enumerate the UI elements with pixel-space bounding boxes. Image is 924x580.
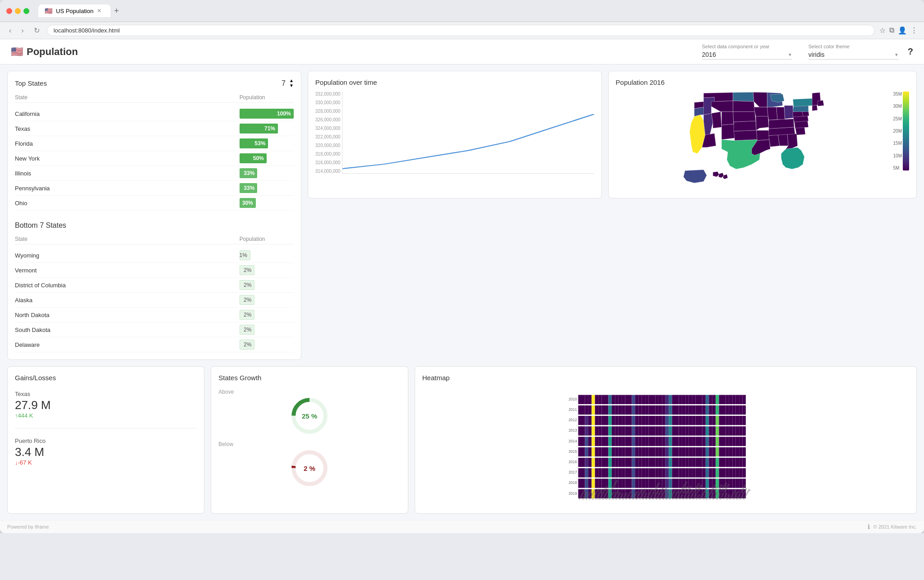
data-select[interactable]: 2016 ▼ (702, 50, 792, 60)
svg-rect-250 (695, 437, 698, 446)
back-button[interactable]: ‹ (6, 26, 14, 36)
above-section: Above 25 % (218, 389, 400, 434)
svg-rect-32 (635, 395, 638, 404)
svg-rect-157 (719, 416, 722, 425)
svg-rect-300 (695, 447, 698, 456)
bottom-bar-cell-0: 1% (240, 250, 294, 260)
svg-rect-305 (712, 447, 715, 456)
svg-rect-314 (742, 447, 745, 456)
svg-rect-434 (642, 479, 645, 488)
svg-rect-103 (706, 405, 709, 414)
color-select[interactable]: viridis ▼ (808, 50, 899, 60)
svg-rect-15 (578, 395, 581, 404)
svg-rect-356 (716, 458, 719, 467)
svg-rect-217 (585, 437, 588, 446)
data-control[interactable]: Select data component or year 2016 ▼ (702, 44, 792, 60)
gain-change-0: ↑444 K (15, 412, 197, 419)
state-name-1: Texas (15, 125, 240, 132)
help-button[interactable]: ? (908, 46, 913, 57)
count-down-button[interactable]: ▼ (289, 83, 294, 88)
svg-text:2014: 2014 (568, 439, 577, 443)
svg-rect-80 (628, 405, 632, 414)
svg-rect-404 (709, 468, 712, 477)
svg-rect-271 (598, 447, 601, 456)
heatmap-card: Heatmap 2010 2011 2012 2013 2014 2015 20… (415, 366, 917, 514)
svg-rect-268 (588, 447, 591, 456)
svg-rect-325 (612, 458, 615, 467)
svg-rect-436 (648, 479, 651, 488)
profile-icon[interactable]: 👤 (898, 26, 907, 35)
bookmark-icon[interactable]: ☆ (879, 26, 886, 35)
svg-rect-350 (695, 458, 698, 467)
y-label-7: 318,000,000 (315, 152, 341, 157)
forward-button[interactable]: › (18, 26, 26, 36)
svg-rect-257 (719, 437, 722, 446)
bottom-table-row: Alaska 2% (15, 293, 294, 308)
svg-rect-119 (591, 416, 595, 425)
svg-rect-212 (735, 426, 739, 435)
svg-rect-153 (706, 416, 709, 425)
svg-rect-96 (682, 405, 685, 414)
table-row: Illinois 33% (15, 166, 294, 181)
svg-rect-332 (635, 458, 638, 467)
close-button[interactable] (6, 8, 12, 14)
svg-rect-87 (652, 405, 655, 414)
svg-rect-323 (605, 458, 608, 467)
svg-rect-352 (702, 458, 705, 467)
new-tab-button[interactable]: + (114, 6, 119, 16)
svg-rect-315 (578, 458, 581, 467)
svg-rect-48 (688, 395, 692, 404)
svg-rect-319 (591, 458, 595, 467)
svg-rect-123 (605, 416, 608, 425)
svg-rect-211 (732, 426, 735, 435)
color-control[interactable]: Select color theme viridis ▼ (808, 44, 899, 60)
svg-rect-327 (618, 458, 621, 467)
us-map-svg (616, 92, 891, 191)
state-name-3: New York (15, 155, 240, 162)
bar-cell-4: 33% (240, 168, 294, 178)
svg-rect-156 (716, 416, 719, 425)
svg-rect-110 (729, 405, 732, 414)
svg-rect-55 (712, 395, 715, 404)
svg-rect-239 (659, 437, 662, 446)
count-up-button[interactable]: ▲ (289, 78, 294, 83)
menu-icon[interactable]: ⋮ (910, 26, 918, 35)
footer-right: © 2021 Kitware Inc. (873, 524, 917, 529)
footer-help-icon[interactable]: ℹ (868, 523, 870, 530)
svg-rect-133 (638, 416, 642, 425)
svg-rect-462 (735, 479, 739, 488)
svg-rect-321 (598, 458, 601, 467)
svg-rect-413 (739, 468, 742, 477)
svg-rect-246 (682, 437, 685, 446)
svg-rect-99 (692, 405, 695, 414)
svg-rect-63 (739, 395, 742, 404)
svg-rect-393 (672, 468, 675, 477)
svg-rect-30 (628, 395, 632, 404)
above-donut-text: 25 % (302, 412, 317, 420)
svg-rect-104 (709, 405, 712, 414)
svg-rect-301 (699, 447, 702, 456)
reload-button[interactable]: ↻ (31, 25, 42, 36)
count-spinners[interactable]: ▲ ▼ (289, 78, 294, 88)
svg-rect-216 (582, 437, 585, 446)
svg-rect-284 (642, 447, 645, 456)
maximize-button[interactable] (23, 8, 29, 14)
table-row: Ohio 30% (15, 196, 294, 211)
svg-rect-264 (742, 437, 745, 446)
gain-value-1: 3.4 M (15, 445, 197, 459)
svg-rect-215 (578, 437, 581, 446)
svg-rect-237 (652, 437, 655, 446)
states-growth-card: States Growth Above 25 % (211, 366, 408, 514)
bottom-bar-4: 2% (240, 310, 255, 320)
tab-close-button[interactable]: ✕ (97, 8, 102, 14)
address-bar[interactable] (47, 25, 875, 36)
active-tab[interactable]: 🇺🇸 US Population ✕ (38, 5, 111, 17)
svg-rect-415 (578, 479, 581, 488)
svg-rect-61 (732, 395, 735, 404)
svg-rect-206 (716, 426, 719, 435)
minimize-button[interactable] (15, 8, 21, 14)
svg-rect-418 (588, 479, 591, 488)
legend-label-3: 20M (893, 129, 902, 133)
extensions-icon[interactable]: ⧉ (889, 26, 894, 35)
svg-rect-127 (618, 416, 621, 425)
